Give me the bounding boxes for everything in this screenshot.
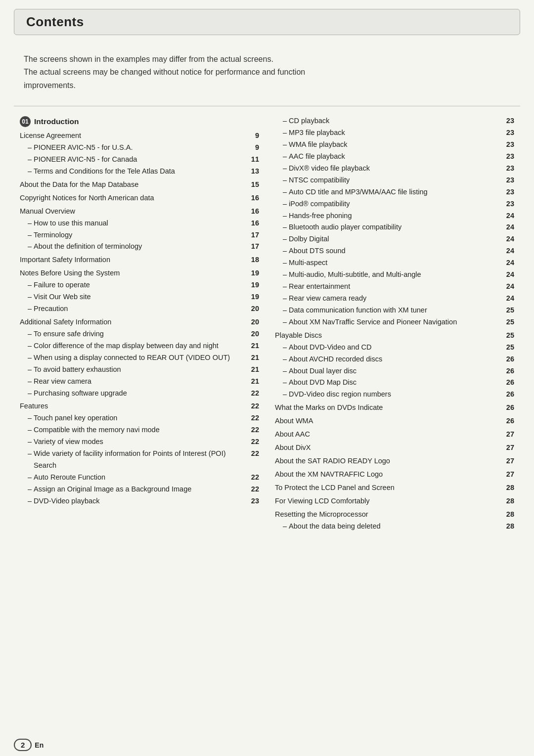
- list-item: For Viewing LCD Comfortably28: [275, 495, 514, 507]
- section-number: 01: [20, 116, 31, 127]
- entry-text: Purchasing software upgrade: [34, 388, 249, 400]
- entry-text: Important Safety Information: [20, 254, 110, 266]
- list-item: –To ensure safe driving20: [28, 328, 259, 340]
- entry-page: 25: [506, 330, 514, 342]
- entry-page: 21: [251, 364, 259, 376]
- entry-text: Notes Before Using the System: [20, 267, 120, 279]
- entry-text: Copyright Notices for North American dat…: [20, 192, 154, 204]
- entry-text: Bluetooth audio player compatibility: [289, 222, 504, 233]
- entry-dash: –: [28, 424, 32, 436]
- entry-dash: –: [28, 241, 32, 253]
- entry-page: 23: [506, 151, 514, 163]
- entry-page: 13: [251, 166, 259, 178]
- list-item: License Agreement9: [20, 130, 259, 142]
- list-item: –About the definition of terminology17: [28, 241, 259, 253]
- entry-page: 20: [251, 328, 259, 340]
- entry-text: Dolby Digital: [289, 233, 504, 245]
- section-heading: 01 Introduction: [20, 116, 259, 127]
- list-item: –To avoid battery exhaustion21: [28, 364, 259, 376]
- entry-page: 25: [506, 305, 514, 316]
- intro-line2: The actual screens may be changed withou…: [24, 66, 510, 79]
- entry-page: 23: [506, 186, 514, 198]
- entry-page: 23: [506, 115, 514, 127]
- list-item: –About AVCHD recorded discs26: [283, 354, 514, 365]
- entry-page: 11: [251, 154, 259, 166]
- entry-text: PIONEER AVIC-N5 - for Canada: [34, 154, 249, 166]
- entry-text: About WMA: [275, 415, 313, 427]
- entry-page: 23: [251, 495, 259, 507]
- entry-text: Terms and Conditions for the Tele Atlas …: [34, 166, 249, 178]
- list-item: –Terms and Conditions for the Tele Atlas…: [28, 166, 259, 178]
- list-item: –Data communication function with XM tun…: [283, 305, 514, 316]
- entry-page: 21: [251, 352, 259, 364]
- list-item: –Bluetooth audio player compatibility24: [283, 222, 514, 233]
- entry-page: 24: [506, 269, 514, 281]
- entry-text: About Dual layer disc: [289, 365, 504, 377]
- entry-page: 24: [506, 210, 514, 222]
- entry-text: About the SAT RADIO READY Logo: [275, 455, 390, 467]
- entry-text: Features: [20, 400, 48, 412]
- entry-dash: –: [28, 328, 32, 340]
- entry-text: About the definition of terminology: [34, 241, 249, 253]
- entry-text: Auto Reroute Function: [34, 472, 249, 484]
- list-item: –NTSC compatibility23: [283, 175, 514, 186]
- content-columns: 01 Introduction License Agreement9–PIONE…: [20, 115, 514, 532]
- entry-text: DVD-Video playback: [34, 495, 249, 507]
- list-item: –MP3 file playback23: [283, 127, 514, 139]
- entry-dash: –: [28, 279, 32, 291]
- left-toc: License Agreement9–PIONEER AVIC-N5 - for…: [20, 130, 259, 507]
- entry-dash: –: [28, 495, 32, 507]
- list-item: –About DVD-Video and CD25: [283, 342, 514, 354]
- entry-text: Multi-audio, Multi-subtitle, and Multi-a…: [289, 269, 504, 281]
- entry-page: 26: [506, 402, 514, 414]
- entry-dash: –: [28, 154, 32, 166]
- section-label: Introduction: [34, 117, 79, 126]
- list-item: –PIONEER AVIC-N5 - for U.S.A.9: [28, 142, 259, 154]
- entry-text: Assign an Original Image as a Background…: [34, 484, 249, 495]
- list-item: –Wide variety of facility information fo…: [28, 448, 259, 472]
- entry-page: 24: [506, 281, 514, 293]
- entry-text: Rear view camera ready: [289, 293, 504, 305]
- entry-text: DivX® video file playback: [289, 163, 504, 175]
- list-item: –DVD-Video playback23: [28, 495, 259, 507]
- list-item: –Color difference of the map display bet…: [28, 340, 259, 352]
- entry-page: 20: [251, 316, 259, 328]
- entry-text: Additional Safety Information: [20, 316, 111, 328]
- divider: [14, 106, 520, 106]
- entry-page: 15: [251, 179, 259, 191]
- page-title: Contents: [26, 14, 84, 30]
- entry-page: 17: [251, 241, 259, 253]
- entry-dash: –: [28, 340, 32, 352]
- entry-page: 16: [251, 218, 259, 229]
- entry-dash: –: [283, 163, 287, 175]
- entry-dash: –: [283, 245, 287, 257]
- entry-text: Terminology: [34, 229, 249, 241]
- entry-dash: –: [28, 472, 32, 484]
- entry-dash: –: [28, 388, 32, 400]
- entry-page: 20: [251, 303, 259, 315]
- list-item: About DivX27: [275, 442, 514, 454]
- entry-text: CD playback: [289, 115, 504, 127]
- list-item: –When using a display connected to REAR …: [28, 352, 259, 364]
- entry-page: 16: [251, 192, 259, 204]
- entry-page: 21: [251, 376, 259, 388]
- list-item: About AAC27: [275, 429, 514, 441]
- entry-text: About DTS sound: [289, 245, 504, 257]
- entry-page: 9: [255, 130, 259, 142]
- list-item: –Multi-aspect24: [283, 257, 514, 269]
- entry-dash: –: [283, 233, 287, 245]
- entry-page: 22: [251, 448, 259, 460]
- entry-page: 25: [506, 342, 514, 354]
- entry-dash: –: [28, 484, 32, 495]
- entry-text: Playable Discs: [275, 330, 322, 342]
- entry-dash: –: [28, 436, 32, 448]
- right-column: –CD playback23–MP3 file playback23–WMA f…: [275, 115, 514, 532]
- entry-page: 27: [506, 442, 514, 454]
- entry-page: 24: [506, 293, 514, 305]
- list-item: –Visit Our Web site19: [28, 291, 259, 303]
- entry-dash: –: [283, 222, 287, 233]
- entry-page: 26: [506, 415, 514, 427]
- entry-text: Data communication function with XM tune…: [289, 305, 504, 316]
- entry-page: 28: [506, 509, 514, 521]
- entry-text: To avoid battery exhaustion: [34, 364, 249, 376]
